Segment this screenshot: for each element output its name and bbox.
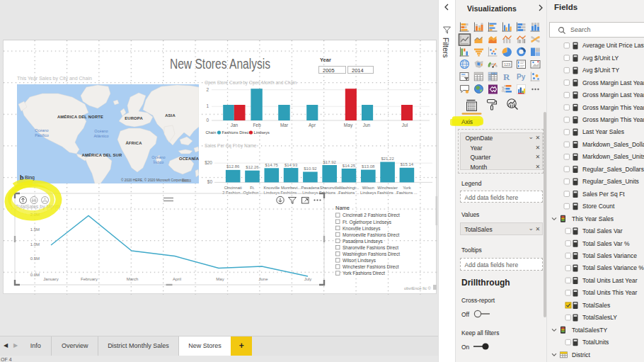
svg-text:July: July: [304, 277, 312, 281]
svg-text:$20: $20: [205, 160, 212, 165]
svg-text:February: February: [81, 277, 98, 281]
svg-text:Terms: Terms: [182, 179, 192, 182]
svg-text:1.0M: 1.0M: [30, 242, 40, 247]
svg-text:$17.92: $17.92: [323, 160, 337, 164]
svg-text:Lindseys: Lindseys: [254, 130, 270, 135]
svg-text:AMÉRICA DEL SUR: AMÉRICA DEL SUR: [82, 152, 122, 157]
svg-text:TotalSales by Month: TotalSales by Month: [16, 204, 60, 210]
svg-text:May: May: [344, 123, 353, 128]
svg-text:Wilson Lindseys: Wilson Lindseys: [343, 258, 376, 264]
svg-text:$0: $0: [207, 179, 213, 184]
svg-text:Knoxville Lindseys: Knoxville Lindseys: [343, 226, 381, 232]
svg-text:ÁFRICA: ÁFRICA: [125, 141, 142, 145]
svg-text:Chain: Chain: [206, 130, 217, 135]
svg-text:Pasadena: Pasadena: [301, 186, 320, 190]
svg-text:January: January: [43, 277, 58, 281]
svg-text:$13.08: $13.08: [362, 164, 375, 169]
svg-text:Océano: Océano: [94, 129, 108, 133]
svg-text:Bing: Bing: [25, 175, 35, 181]
svg-text:Sharonville: Sharonville: [320, 186, 340, 190]
svg-text:$12.86: $12.86: [226, 164, 240, 169]
svg-text:1.5M: 1.5M: [30, 227, 40, 232]
svg-text:$21.22: $21.22: [381, 157, 394, 161]
svg-text:Fashions Direct: Fashions Direct: [222, 130, 251, 135]
svg-text:Monrbevi...: Monrbevi...: [281, 186, 301, 190]
svg-text:Winchester Fashions Direct: Winchester Fashions Direct: [343, 264, 399, 269]
svg-text:March: March: [127, 277, 139, 281]
svg-text:Pacífico: Pacífico: [35, 133, 49, 137]
svg-text:0.5M: 0.5M: [30, 256, 40, 261]
svg-text:Jan: Jan: [231, 123, 238, 128]
svg-text:Feb: Feb: [253, 123, 261, 128]
svg-text:2.0M: 2.0M: [30, 213, 40, 217]
svg-text:© 2020 HERE, © 2020 Microsoft: © 2020 HERE, © 2020 Microsoft Corporatio…: [121, 178, 189, 182]
svg-text:Índico: Índico: [154, 160, 164, 164]
svg-text:York Fashions Direct: York Fashions Direct: [343, 271, 385, 276]
svg-text:$12.26: $12.26: [246, 165, 259, 169]
svg-text:$14.25: $14.25: [343, 164, 356, 168]
svg-text:Winchester: Winchester: [377, 186, 398, 190]
svg-text:EUROPA: EUROPA: [125, 116, 143, 120]
svg-text:Clncinnati: Clncinnati: [224, 186, 242, 190]
svg-text:0.0M: 0.0M: [30, 273, 40, 277]
svg-text:Sharonville Fashions Direct: Sharonville Fashions Direct: [343, 245, 398, 250]
svg-text:AMÉRICA DEL NORTE: AMÉRICA DEL NORTE: [57, 114, 103, 119]
svg-text:Open Store Count by Open Month: Open Store Count by Open Month and Chain: [205, 80, 297, 86]
svg-text:Sales Per Sq Ft by Name: Sales Per Sq Ft by Name: [205, 143, 257, 149]
svg-text:Knoxville: Knoxville: [263, 186, 280, 190]
svg-text:0: 0: [206, 118, 209, 123]
svg-text:Océano: Océano: [35, 128, 48, 132]
svg-text:Cincinnati 2 Fashions Direct: Cincinnati 2 Fashions Direct: [343, 213, 400, 217]
svg-text:April: April: [173, 277, 181, 281]
svg-text:Ft. Oglethorpe Lindseys: Ft. Oglethorpe Lindseys: [343, 220, 392, 225]
svg-text:$10.92: $10.92: [304, 166, 317, 171]
svg-text:$14.75: $14.75: [265, 163, 279, 167]
svg-text:b: b: [20, 174, 24, 181]
svg-text:Monroeville Fashions Direct: Monroeville Fashions Direct: [343, 232, 399, 237]
svg-text:Jul: Jul: [402, 123, 408, 128]
svg-text:2: 2: [206, 87, 209, 92]
svg-text:1: 1: [206, 103, 209, 108]
svg-text:OCEANÍA: OCEANÍA: [179, 156, 199, 161]
svg-text:Wilson: Wilson: [362, 186, 374, 190]
svg-text:Atlántico: Atlántico: [93, 134, 108, 138]
svg-text:ASIA: ASIA: [165, 113, 176, 118]
svg-text:May: May: [216, 277, 224, 281]
svg-text:Apr: Apr: [309, 123, 316, 128]
svg-text:Pasadena Lindseys: Pasadena Lindseys: [343, 239, 383, 244]
svg-text:June: June: [258, 277, 268, 281]
svg-text:Mar: Mar: [280, 123, 289, 128]
svg-text:York: York: [403, 186, 410, 190]
svg-text:Océano: Océano: [151, 155, 165, 159]
svg-text:$14.93: $14.93: [284, 163, 298, 167]
svg-text:Washington Fashions Direct: Washington Fashions Direct: [343, 251, 400, 257]
svg-text:Washingt...: Washingt...: [339, 186, 360, 190]
svg-text:$15.14: $15.14: [401, 162, 414, 166]
svg-text:Jun: Jun: [363, 123, 371, 128]
svg-text:Ft.: Ft.: [250, 186, 255, 190]
